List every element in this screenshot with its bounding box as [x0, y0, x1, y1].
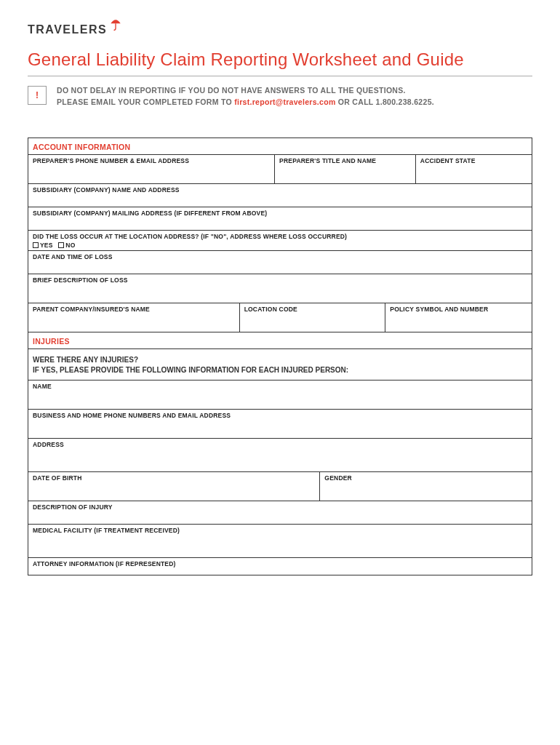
- row-preparer: PREPARER'S PHONE NUMBER & EMAIL ADDRESS …: [28, 155, 532, 184]
- checkbox-yes[interactable]: [33, 242, 39, 248]
- field-injured-address[interactable]: ADDRESS: [28, 439, 532, 471]
- field-parent-company[interactable]: PARENT COMPANY/INSURED'S NAME: [28, 303, 240, 332]
- field-loss-at-location[interactable]: DID THE LOSS OCCUR AT THE LOCATION ADDRE…: [28, 231, 532, 250]
- form-table: ACCOUNT INFORMATION PREPARER'S PHONE NUM…: [28, 138, 532, 575]
- field-brief-desc[interactable]: BRIEF DESCRIPTION OF LOSS: [28, 274, 532, 303]
- title-rule: [28, 76, 532, 76]
- field-attorney[interactable]: ATTORNEY INFORMATION (IF REPRESENTED): [28, 558, 532, 575]
- logo-text: TRAVELERS: [28, 23, 107, 36]
- field-injured-contacts[interactable]: BUSINESS AND HOME PHONE NUMBERS AND EMAI…: [28, 410, 532, 438]
- alert-icon: !: [28, 86, 47, 105]
- field-subsidiary-mailing[interactable]: SUBSIDIARY (COMPANY) MAILING ADDRESS (IF…: [28, 207, 532, 230]
- notice-row: ! DO NOT DELAY IN REPORTING IF YOU DO NO…: [28, 85, 532, 108]
- notice-email-link[interactable]: first.report@travelers.com: [234, 97, 335, 106]
- yes-no-checkboxes[interactable]: YES NO: [33, 242, 527, 249]
- notice-line2: PLEASE EMAIL YOUR COMPLETED FORM TO firs…: [57, 97, 434, 108]
- field-preparer-phone-email[interactable]: PREPARER'S PHONE NUMBER & EMAIL ADDRESS: [28, 155, 275, 183]
- field-subsidiary-name-addr[interactable]: SUBSIDIARY (COMPANY) NAME AND ADDRESS: [28, 184, 532, 207]
- field-desc-injury[interactable]: DESCRIPTION OF INJURY: [28, 501, 532, 524]
- field-gender[interactable]: GENDER: [320, 472, 532, 501]
- checkbox-no[interactable]: [58, 242, 64, 248]
- field-date-time-loss[interactable]: DATE AND TIME OF LOSS: [28, 251, 532, 274]
- section-header-account: ACCOUNT INFORMATION: [28, 138, 532, 155]
- logo: TRAVELERS: [28, 22, 532, 36]
- field-dob[interactable]: DATE OF BIRTH: [28, 472, 320, 501]
- field-policy-symbol[interactable]: POLICY SYMBOL AND NUMBER: [385, 303, 532, 332]
- field-preparer-title-name[interactable]: PREPARER'S TITLE AND NAME: [275, 155, 416, 183]
- field-injured-name[interactable]: NAME: [28, 381, 532, 409]
- notice-text: DO NOT DELAY IN REPORTING IF YOU DO NOT …: [57, 85, 434, 108]
- injuries-question: WERE THERE ANY INJURIES? IF YES, PLEASE …: [28, 349, 532, 381]
- notice-line1: DO NOT DELAY IN REPORTING IF YOU DO NOT …: [57, 85, 434, 97]
- field-accident-state[interactable]: ACCIDENT STATE: [416, 155, 532, 183]
- section-header-injuries: INJURIES: [28, 332, 532, 349]
- umbrella-icon: [108, 17, 123, 32]
- field-medical-facility[interactable]: MEDICAL FACILITY (IF TREATMENT RECEIVED): [28, 525, 532, 557]
- page-title: General Liability Claim Reporting Worksh…: [28, 49, 532, 70]
- field-location-code[interactable]: LOCATION CODE: [240, 303, 386, 332]
